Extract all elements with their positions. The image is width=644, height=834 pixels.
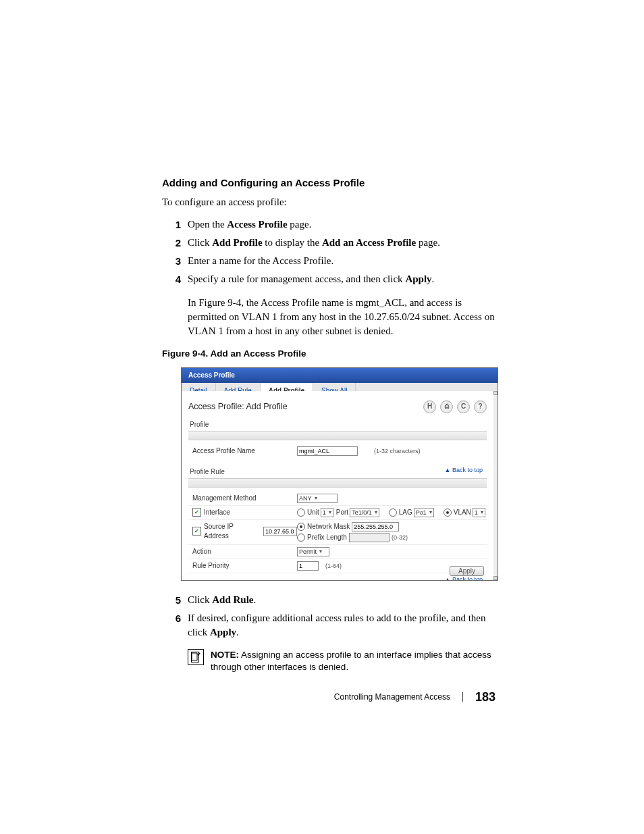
step-5: 5 Click Add Rule.: [162, 593, 495, 607]
save-icon[interactable]: H: [423, 400, 436, 413]
note-icon: [188, 649, 204, 665]
back-to-top-link[interactable]: ▲ Back to top: [445, 575, 483, 580]
step-number: 2: [162, 236, 188, 250]
row-action: Action Permit: [188, 544, 487, 558]
print-icon[interactable]: ⎙: [440, 400, 453, 413]
row-source-ip: ✔ Source IP Address Network Mask Prefix …: [188, 519, 487, 544]
prefix-length-hint: (0-32): [392, 533, 408, 542]
vlan-radio[interactable]: [444, 509, 452, 517]
step-number: 6: [162, 611, 188, 640]
step-number: 4: [162, 272, 188, 286]
back-to-top-link[interactable]: ▲ Back to top: [445, 466, 483, 475]
refresh-icon[interactable]: C: [457, 400, 470, 413]
vlan-select[interactable]: 1: [473, 508, 485, 517]
figure-caption: Figure 9-4. Add an Access Profile: [162, 348, 495, 361]
action-select[interactable]: Permit: [297, 547, 329, 556]
profile-name-input[interactable]: [297, 446, 358, 456]
panel-title: Access Profile: Add Profile: [188, 401, 288, 413]
step-2: 2 Click Add Profile to display the Add a…: [162, 236, 495, 250]
step-3: 3 Enter a name for the Access Profile.: [162, 254, 495, 268]
scroll-down-arrow-icon[interactable]: [493, 576, 498, 580]
step-6: 6 If desired, configure additional acces…: [162, 611, 495, 640]
step-4: 4 Specify a rule for management access, …: [162, 272, 495, 286]
vertical-scrollbar[interactable]: [493, 391, 498, 580]
profile-rule-section-label: Profile Rule: [190, 467, 225, 477]
prefix-length-radio[interactable]: [297, 533, 305, 542]
note-block: NOTE: Assigning an access profile to an …: [188, 649, 495, 673]
window-title-bar: Access Profile: [182, 368, 498, 383]
help-icon[interactable]: ?: [474, 400, 487, 413]
unit-label: Unit: [307, 508, 319, 517]
network-mask-label: Network Mask: [307, 522, 350, 531]
vlan-label: VLAN: [454, 508, 471, 517]
row-interface: ✔ Interface Unit 1 Port Te1/0/1 LAG Po1 …: [188, 505, 487, 519]
management-method-select[interactable]: ANY: [297, 494, 338, 503]
step-number: 3: [162, 254, 188, 268]
page-footer: Controlling Management Access 183: [334, 689, 495, 706]
step-body: Click Add Rule.: [188, 593, 256, 607]
rule-priority-label: Rule Priority: [192, 561, 297, 571]
rule-priority-input[interactable]: [297, 561, 319, 571]
unit-radio[interactable]: [297, 509, 305, 517]
lag-label: LAG: [399, 508, 412, 517]
source-ip-checkbox[interactable]: ✔: [192, 527, 201, 536]
section-heading: Adding and Configuring an Access Profile: [162, 176, 495, 190]
port-select[interactable]: Te1/0/1: [350, 508, 379, 517]
profile-name-label: Access Profile Name: [192, 446, 297, 456]
section-bar: [188, 478, 487, 488]
rule-priority-hint: (1-64): [325, 562, 342, 571]
steps-list-b: 5 Click Add Rule. 6 If desired, configur…: [162, 593, 495, 640]
step-number: 1: [162, 217, 188, 232]
footer-chapter: Controlling Management Access: [334, 692, 450, 703]
interface-checkbox[interactable]: ✔: [192, 508, 201, 517]
source-ip-label: Source IP Address: [204, 522, 259, 541]
action-label: Action: [192, 547, 297, 556]
step-number: 5: [162, 593, 188, 607]
row-profile-name: Access Profile Name (1-32 characters): [188, 444, 487, 458]
scroll-up-arrow-icon[interactable]: [493, 391, 498, 395]
row-rule-priority: Rule Priority (1-64): [188, 558, 487, 573]
explanatory-paragraph: In Figure 9-4, the Access Profile name i…: [188, 296, 495, 338]
step-body: Enter a name for the Access Profile.: [188, 254, 333, 268]
panel-body: Access Profile: Add Profile H ⎙ C ? Prof…: [182, 391, 493, 580]
apply-button[interactable]: Apply: [450, 566, 484, 576]
unit-select[interactable]: 1: [321, 508, 333, 517]
step-body: Click Add Profile to display the Add an …: [188, 236, 440, 250]
lag-radio[interactable]: [389, 509, 397, 517]
note-label: NOTE:: [211, 650, 239, 660]
management-method-label: Management Method: [192, 494, 297, 503]
profile-name-hint: (1-32 characters): [374, 447, 421, 456]
steps-list-a: 1 Open the Access Profile page. 2 Click …: [162, 217, 495, 286]
prefix-length-input[interactable]: [349, 533, 390, 542]
network-mask-radio[interactable]: [297, 523, 305, 531]
profile-section-label: Profile: [190, 420, 487, 429]
source-ip-input[interactable]: [263, 527, 297, 536]
footer-page-number: 183: [475, 689, 495, 706]
footer-divider: [462, 692, 463, 702]
intro-text: To configure an access profile:: [162, 195, 495, 209]
step-body: Specify a rule for management access, an…: [188, 272, 434, 286]
interface-label: Interface: [204, 508, 230, 517]
back-to-top-row: ▲ Back to top: [188, 573, 487, 580]
document-page: Adding and Configuring an Access Profile…: [0, 0, 644, 834]
row-management-method: Management Method ANY: [188, 492, 487, 505]
step-body: If desired, configure additional access …: [188, 611, 495, 640]
port-label: Port: [336, 508, 348, 517]
note-text: NOTE: Assigning an access profile to an …: [211, 649, 495, 673]
step-body: Open the Access Profile page.: [188, 217, 311, 232]
section-bar: [188, 431, 487, 440]
step-1: 1 Open the Access Profile page.: [162, 217, 495, 232]
lag-select[interactable]: Po1: [414, 508, 434, 517]
network-mask-input[interactable]: [352, 522, 399, 531]
prefix-length-label: Prefix Length: [307, 533, 347, 542]
figure-screenshot: Access Profile Detail Add Rule Add Profi…: [181, 367, 498, 581]
